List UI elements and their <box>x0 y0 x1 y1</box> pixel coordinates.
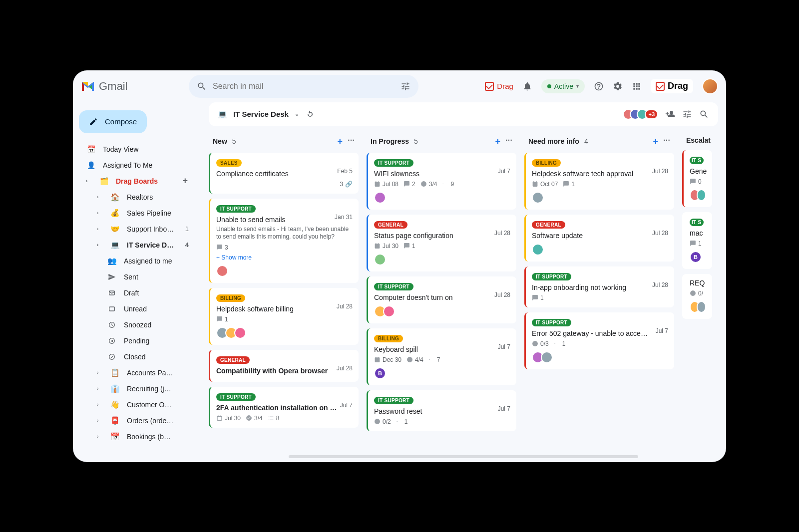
nav-drag-boards[interactable]: ›🗂️Drag Boards+ <box>73 173 201 189</box>
nav-closed[interactable]: Closed <box>73 349 201 365</box>
board-title: IT Service Desk <box>233 110 289 118</box>
compose-button[interactable]: Compose <box>79 110 147 133</box>
card[interactable]: IT Smac1B <box>682 212 712 269</box>
apps-icon[interactable] <box>632 81 642 91</box>
tune-icon[interactable] <box>400 81 410 91</box>
svg-point-9 <box>690 290 696 296</box>
more-icon[interactable]: ⋯ <box>348 136 355 147</box>
board-avatars[interactable]: +3 <box>623 109 658 120</box>
topbar: Gmail Drag Active ▾ Drag <box>73 70 726 102</box>
help-icon[interactable] <box>594 81 604 91</box>
more-icon[interactable]: ⋯ <box>663 136 670 147</box>
drag-brand[interactable]: Drag <box>651 79 693 93</box>
drag-check-icon <box>485 82 494 91</box>
card[interactable]: BILLINGHelpdesk software tech approvalJu… <box>524 153 674 210</box>
comment-icon: 3 <box>216 244 228 251</box>
nav-sent[interactable]: Sent <box>73 269 201 285</box>
check-circle-icon <box>107 352 117 362</box>
search-input[interactable] <box>213 82 395 91</box>
card[interactable]: GENERALCompatibility with Opera browserJ… <box>209 350 359 382</box>
column-progress: In Progress5+⋯ IT SUPPORTWIFI slownessJu… <box>367 134 516 447</box>
card[interactable]: GENERALSoftware updateJul 28 <box>524 215 674 262</box>
user-avatar[interactable] <box>702 78 718 94</box>
more-icon[interactable]: ⋯ <box>505 136 512 147</box>
laptop-icon: 💻 <box>218 110 227 119</box>
nav-support[interactable]: ›🤝Support Inbo…1 <box>73 221 201 237</box>
nav-assigned-me[interactable]: 👥Assigned to me <box>73 253 201 269</box>
column-escalated: Escalat IT SGene0 IT Smac1B REQ0/ <box>682 134 712 447</box>
add-person-icon[interactable] <box>665 109 675 119</box>
chevron-down-icon: ▾ <box>576 83 579 89</box>
card[interactable]: IT SUPPORTComputer doesn't turn onJul 28 <box>367 276 516 323</box>
pencil-icon <box>89 117 98 126</box>
clock-icon <box>107 320 117 330</box>
add-card-icon[interactable]: + <box>653 136 658 147</box>
svg-point-3 <box>109 338 115 343</box>
card[interactable]: IT SUPPORT2FA authentication installatio… <box>209 387 359 428</box>
pause-icon <box>107 336 117 346</box>
card[interactable]: IT SGene0 <box>682 150 712 207</box>
card[interactable]: SALESCompliance certificatesFeb 53🔗 <box>209 153 359 194</box>
card[interactable]: BILLINGHelpdesk software billingJul 281 <box>209 288 359 345</box>
nav-sales[interactable]: ›💰Sales Pipeline <box>73 205 201 221</box>
show-more[interactable]: + Show more <box>216 254 353 261</box>
nav-itdesk[interactable]: ›💻IT Service D…4 <box>73 237 201 253</box>
nav-recruiting[interactable]: ›👔Recruiting (j… <box>73 381 201 397</box>
nav-pending[interactable]: Pending <box>73 333 201 349</box>
nav-customer[interactable]: ›👋Customer O… <box>73 397 201 413</box>
add-card-icon[interactable]: + <box>495 136 500 147</box>
add-card-icon[interactable]: + <box>337 136 343 147</box>
filter-icon[interactable] <box>682 109 692 119</box>
card[interactable]: IT SUPPORTUnable to send emailsJan 31Una… <box>209 199 359 283</box>
main-content: 💻 IT Service Desk ⌄ +3 New5+⋯ SALESCompl… <box>201 102 726 462</box>
nav-assigned[interactable]: 👤Assigned To Me <box>73 157 201 173</box>
gmail-logo[interactable]: Gmail <box>81 80 181 93</box>
gmail-text: Gmail <box>99 80 127 93</box>
card[interactable]: REQ0/ <box>682 274 712 319</box>
gmail-icon <box>81 81 95 92</box>
gear-icon[interactable] <box>613 81 623 91</box>
top-actions: Drag Active ▾ Drag <box>485 78 718 94</box>
nav-bookings[interactable]: ›📅Bookings (b… <box>73 429 201 445</box>
card[interactable]: GENERALStatus page configurationJul 28Ju… <box>367 215 516 271</box>
search-icon <box>197 81 207 91</box>
nav-orders[interactable]: ›📮Orders (orde… <box>73 413 201 429</box>
card[interactable]: IT SUPPORTError 502 gateway - unable to … <box>524 312 674 369</box>
add-board-icon[interactable]: + <box>182 176 188 186</box>
svg-rect-1 <box>109 307 115 311</box>
status-dot-icon <box>547 84 551 88</box>
svg-point-5 <box>421 181 426 187</box>
nav-snoozed[interactable]: Snoozed <box>73 317 201 333</box>
calendar-icon: 📅 <box>86 144 96 154</box>
scrollbar[interactable] <box>289 455 638 458</box>
person-icon: 👤 <box>86 160 96 170</box>
nav-unread[interactable]: Unread <box>73 301 201 317</box>
nav-realtors[interactable]: ›🏠Realtors <box>73 189 201 205</box>
card[interactable]: BILLINGKeyboard spillJul 7Dec 304/47B <box>367 328 516 385</box>
svg-point-6 <box>407 357 412 362</box>
kanban-columns: New5+⋯ SALESCompliance certificatesFeb 5… <box>201 126 726 455</box>
card[interactable]: IT SUPPORTPassword resetJul 70/21 <box>367 390 516 431</box>
board-header: 💻 IT Service Desk ⌄ +3 <box>209 102 718 126</box>
list-icon: 8 <box>268 415 280 422</box>
active-status[interactable]: Active ▾ <box>541 79 585 93</box>
send-icon <box>107 272 117 282</box>
refresh-icon[interactable] <box>305 109 315 119</box>
nav-accounts[interactable]: ›📋Accounts Pa… <box>73 365 201 381</box>
sidebar: Compose 📅Today View 👤Assigned To Me ›🗂️D… <box>73 102 201 462</box>
nav-draft[interactable]: Draft <box>73 285 201 301</box>
chevron-down-icon[interactable]: ⌄ <box>295 111 299 117</box>
nav-today[interactable]: 📅Today View <box>73 141 201 157</box>
card[interactable]: IT SUPPORTIn-app onboarding not workingJ… <box>524 266 674 307</box>
card[interactable]: IT SUPPORTWIFI slownessJul 7Jul 0823/49 <box>367 153 516 210</box>
bell-icon[interactable] <box>522 81 532 91</box>
calendar-icon: Jul 30 <box>216 415 241 422</box>
search-bar[interactable] <box>189 75 418 98</box>
drag-button[interactable]: Drag <box>485 82 513 91</box>
svg-point-7 <box>375 419 380 424</box>
board-icon: 🗂️ <box>99 176 109 186</box>
svg-point-8 <box>532 341 538 346</box>
drag-brand-icon <box>656 82 665 91</box>
checklist-icon: 3/4 <box>246 415 263 422</box>
search-board-icon[interactable] <box>699 109 709 119</box>
